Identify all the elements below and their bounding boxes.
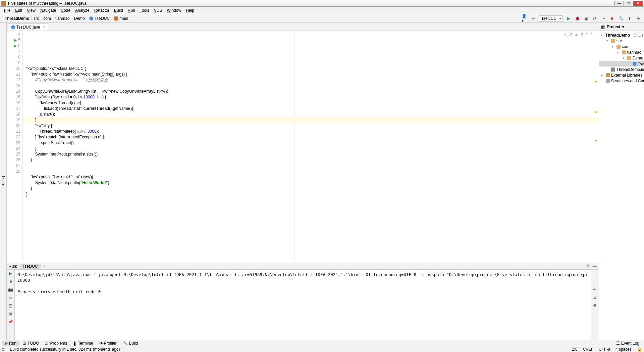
breadcrumb-com[interactable]: com	[41, 16, 53, 21]
project-tree[interactable]: ▾ThreadDemoD:\Develop\project\ThreadDemo…	[599, 31, 644, 340]
menu-analyze[interactable]: Analyze	[73, 7, 92, 13]
bottom-tab-todo[interactable]: ☑TODO	[20, 341, 42, 346]
run-icon[interactable]: ▶	[566, 15, 572, 21]
breadcrumb-tianmao[interactable]: tianmao	[53, 16, 72, 21]
updates-icon[interactable]: ⬆	[627, 15, 633, 21]
attach-icon[interactable]: ⋯	[600, 15, 606, 21]
menu-help[interactable]: Help	[184, 7, 196, 13]
run-config-selector[interactable]: TsetJUC	[539, 15, 563, 21]
rail-structure[interactable]: Structure	[0, 170, 0, 193]
chevron-down-icon[interactable]: ▾	[622, 25, 624, 29]
close-button[interactable]: ✕	[633, 1, 643, 6]
lock-icon[interactable]: 🔒	[637, 347, 642, 352]
run-config-tab[interactable]: TsetJUC	[20, 264, 40, 269]
tree-scratches[interactable]: Scratches and Consoles	[599, 78, 644, 84]
rerun-icon[interactable]: ▶	[9, 271, 12, 276]
chevron-down-icon[interactable]: ˅	[591, 32, 593, 38]
menu-view[interactable]: View	[25, 7, 38, 13]
menu-build[interactable]: Build	[112, 7, 125, 13]
problems-icon: ⚠	[45, 341, 49, 346]
menu-edit[interactable]: Edit	[13, 7, 24, 13]
wrap-icon[interactable]: ↩	[593, 287, 596, 292]
layout-icon[interactable]: ▤	[9, 303, 12, 308]
run-settings-icon[interactable]: ⚙	[586, 264, 590, 269]
down-icon[interactable]: ↓	[594, 279, 596, 284]
run-icon: ▶	[5, 341, 8, 346]
camera-icon[interactable]: 📷	[8, 287, 13, 292]
project-header[interactable]: Project	[607, 25, 621, 29]
class-icon	[89, 16, 93, 20]
breadcrumb-main[interactable]: main	[112, 16, 130, 21]
status-message: Build completed successfully in 1 sec, 3…	[10, 347, 120, 352]
breadcrumb-tsetjuc[interactable]: TsetJUC	[87, 16, 112, 21]
fwd-icon[interactable]: ➔	[635, 15, 641, 21]
menu-code[interactable]: Code	[59, 7, 72, 13]
project-icon: ▦	[601, 25, 605, 29]
up-icon[interactable]: ↑	[594, 271, 596, 276]
editor-tab-tsetjuc[interactable]: TsetJUC.java ×	[8, 24, 48, 31]
coverage-icon[interactable]: ▣	[583, 15, 589, 21]
close-tab-icon[interactable]: ×	[43, 26, 45, 29]
stop-run-icon[interactable]: ■	[9, 279, 12, 284]
add-config-icon[interactable]: 👤▾	[522, 15, 528, 21]
bottom-tab-profiler[interactable]: ◔Profiler	[97, 341, 119, 346]
menu-refactor[interactable]: Refactor	[92, 7, 111, 13]
nav-toolbar: ThreadDemosrccomtianmaoDemoTsetJUCmain 👤…	[0, 14, 644, 23]
debug-icon[interactable]: 🐞	[574, 15, 580, 21]
bottom-tab-run[interactable]: ▶Run	[2, 341, 19, 346]
menu-vcs[interactable]: VCS	[152, 7, 164, 13]
menu-navigate[interactable]: Navigate	[38, 7, 58, 13]
run-tool-window: Run: TsetJUC × ⚙ — ▶ ■ 📷 ⎋ ▤ 🗑 📌	[7, 263, 599, 340]
tree-demo[interactable]: ▾Demo	[599, 55, 644, 61]
menu-tools[interactable]: Tools	[138, 7, 151, 13]
print-icon[interactable]: 🖶	[593, 303, 597, 308]
run-output[interactable]: N:\Develop\jdk16\bin\java.exe "-javaagen…	[15, 270, 591, 340]
breadcrumb-demo[interactable]: Demo	[72, 16, 87, 21]
tree-src[interactable]: ▾src	[599, 38, 644, 44]
pin-icon[interactable]: 📌	[8, 319, 13, 324]
run-hide-icon[interactable]: —	[593, 264, 597, 269]
exit-icon[interactable]: ⎋	[9, 295, 12, 300]
status-line-ending[interactable]: CRLF	[583, 347, 593, 352]
tree-root[interactable]: ▾ThreadDemoD:\Develop\project\ThreadDemo	[599, 32, 644, 38]
warn-icon: ⚠	[564, 32, 567, 38]
search-icon[interactable]: 🔍	[618, 15, 624, 21]
trash-icon[interactable]: 🗑	[9, 311, 13, 316]
project-panel: ▦ Project ▾ ⊕ ⇲ ⇱ ⚙ — ▾ThreadDemoD:\Deve…	[599, 23, 644, 340]
bottom-tab-problems[interactable]: ⚠Problems	[42, 341, 70, 346]
status-square-icon[interactable]: □	[2, 347, 4, 352]
bottom-tab-build[interactable]: 🔨Build	[120, 341, 141, 346]
status-bar: □ Build completed successfully in 1 sec,…	[0, 346, 644, 352]
status-caret-pos[interactable]: 2:6	[572, 347, 578, 352]
todo-icon: ☑	[22, 341, 26, 346]
status-indent[interactable]: 4 spaces	[615, 347, 632, 352]
profile-icon[interactable]: ◔	[592, 15, 598, 21]
tree-iml[interactable]: ThreadDemo.iml	[599, 67, 644, 72]
breadcrumb-src[interactable]: src	[32, 16, 41, 21]
maximize-button[interactable]: □	[624, 1, 633, 6]
bottom-tab-eventlog[interactable]: ☷Event Log	[613, 341, 642, 346]
scroll-icon[interactable]: ⇊	[593, 295, 596, 300]
menu-run[interactable]: Run	[126, 7, 137, 13]
minimize-button[interactable]: —	[614, 1, 624, 6]
gutter: 4567891011121314151617181920212223242526…	[7, 31, 23, 263]
bottom-tab-terminal[interactable]: ❚Terminal	[70, 341, 96, 346]
inspections-widget[interactable]: ⚠2 ✔2 ˄ ˅	[564, 32, 592, 38]
close-run-tab-icon[interactable]: ×	[43, 264, 46, 269]
code-area[interactable]: ⚠2 ✔2 ˄ ˅ "kw">public "kw">class TsetJUC…	[23, 31, 599, 263]
tree-tianmao[interactable]: ▾tianmao	[599, 49, 644, 55]
rail-learn[interactable]: Learn	[0, 173, 6, 190]
menu-file[interactable]: File	[2, 7, 12, 13]
status-encoding[interactable]: UTF-8	[599, 347, 610, 352]
tree-tsetjuc[interactable]: TsetJUC	[599, 61, 644, 67]
tree-com[interactable]: ▾com	[599, 44, 644, 49]
breadcrumb-threaddemo[interactable]: ThreadDemo	[3, 16, 32, 21]
terminal-icon: ❚	[73, 341, 76, 346]
stop-icon[interactable]: ■	[609, 15, 615, 21]
menu-window[interactable]: Window	[165, 7, 183, 13]
back-icon[interactable]: ↩	[530, 15, 536, 21]
editor[interactable]: 4567891011121314151617181920212223242526…	[7, 31, 599, 263]
tree-external[interactable]: ▸External Libraries	[599, 72, 644, 78]
scratch-icon	[606, 79, 610, 83]
chevron-up-icon[interactable]: ˄	[586, 32, 588, 38]
